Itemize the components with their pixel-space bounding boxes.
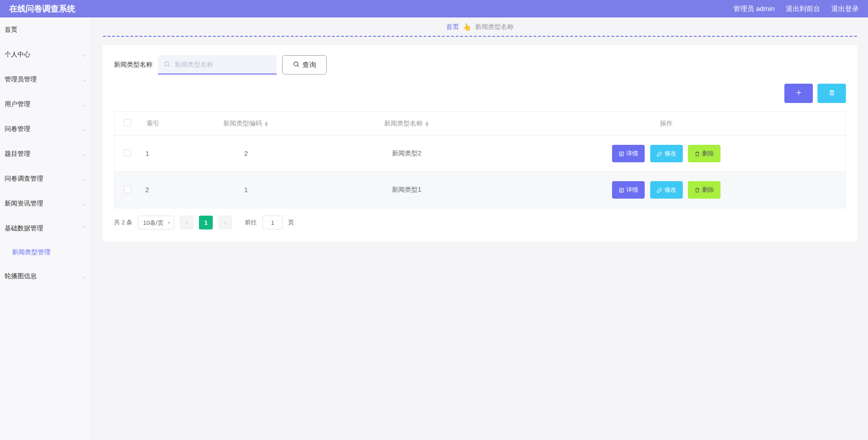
add-button[interactable]	[784, 84, 813, 103]
sidebar-item-survey-mgmt[interactable]: 问卷调查管理 ⌄	[0, 166, 91, 191]
chevron-down-icon: ⌄	[82, 51, 87, 58]
sidebar-sub-newstype[interactable]: 新闻类型管理	[0, 241, 91, 264]
page-prev-button[interactable]: ‹	[180, 216, 193, 229]
cell-actions: 详情 修改 删除	[487, 136, 845, 172]
th-code[interactable]: 新闻类型编码▲▼	[166, 112, 327, 136]
to-front-link[interactable]: 退出到前台	[786, 5, 820, 13]
header-right: 管理员 admin 退出到前台 退出登录	[733, 5, 859, 13]
chevron-left-icon: ‹	[186, 219, 187, 226]
app-header: 在线问卷调查系统 管理员 admin 退出到前台 退出登录	[0, 0, 868, 17]
query-button[interactable]: 查询	[282, 55, 327, 74]
breadcrumb-home[interactable]: 首页	[446, 23, 459, 31]
page-number-button[interactable]: 1	[199, 216, 213, 229]
query-button-label: 查询	[302, 61, 316, 69]
batch-delete-button[interactable]	[817, 84, 846, 103]
sidebar-item-label: 用户管理	[5, 100, 30, 109]
chevron-right-icon: ›	[224, 219, 226, 226]
chevron-up-icon: ⌃	[82, 225, 87, 232]
detail-button[interactable]: 详情	[612, 181, 645, 199]
cell-index: 2	[140, 172, 166, 208]
svg-line-3	[297, 65, 299, 67]
sidebar-item-label: 基础数据管理	[5, 224, 43, 233]
admin-label[interactable]: 管理员 admin	[733, 5, 775, 13]
chevron-down-icon: ⌄	[82, 76, 87, 83]
cell-actions: 详情 修改 删除	[487, 172, 845, 208]
toolbar	[103, 84, 857, 111]
sidebar-item-personal[interactable]: 个人中心 ⌄	[0, 42, 91, 67]
cell-code: 2	[166, 136, 327, 172]
chevron-down-icon: ⌄	[82, 101, 87, 108]
goto-suffix: 页	[288, 218, 294, 227]
trash-icon	[828, 89, 835, 98]
search-label: 新闻类型名称	[114, 61, 153, 69]
svg-point-0	[165, 62, 169, 66]
sidebar-item-question[interactable]: 题目管理 ⌄	[0, 142, 91, 166]
sidebar-item-user[interactable]: 用户管理 ⌄	[0, 92, 91, 117]
sidebar-home-label: 首页	[5, 26, 17, 34]
breadcrumb: 首页 👆 新闻类型名称	[92, 17, 868, 36]
sidebar-item-carousel[interactable]: 轮播图信息 ⌄	[0, 264, 91, 289]
chevron-down-icon: ⌄	[82, 151, 87, 157]
page-goto-input[interactable]	[262, 216, 283, 229]
search-row: 新闻类型名称 查询	[103, 55, 857, 84]
main-content: 首页 👆 新闻类型名称 新闻类型名称 查询	[92, 17, 868, 440]
sidebar-item-label: 问卷调查管理	[5, 175, 43, 183]
sidebar-item-label: 管理员管理	[5, 75, 37, 84]
sidebar-sub-label: 新闻类型管理	[12, 248, 51, 256]
sidebar-item-label: 题目管理	[5, 150, 30, 158]
search-icon	[293, 61, 300, 69]
goto-prefix: 前往	[245, 218, 257, 227]
sort-icon: ▲▼	[425, 121, 430, 126]
sidebar-item-admin[interactable]: 管理员管理 ⌄	[0, 67, 91, 92]
page-total: 共 2 条	[114, 218, 132, 227]
page-size-select[interactable]: 10条/页	[138, 216, 174, 229]
edit-button[interactable]: 修改	[650, 145, 683, 162]
checkbox-row[interactable]	[124, 149, 131, 157]
sidebar-item-label: 个人中心	[5, 51, 30, 59]
delete-button[interactable]: 删除	[688, 145, 720, 162]
sidebar-item-label: 新闻资讯管理	[5, 200, 43, 208]
edit-button[interactable]: 修改	[650, 181, 683, 199]
sidebar-item-news[interactable]: 新闻资讯管理 ⌄	[0, 191, 91, 216]
search-input[interactable]	[158, 55, 277, 74]
checkbox-all[interactable]	[124, 119, 131, 126]
search-icon	[164, 61, 170, 69]
table-row: 1 2 新闻类型2 详情 修改 删除	[114, 136, 846, 172]
chevron-down-icon: ⌄	[82, 176, 87, 182]
chevron-down-icon: ⌄	[82, 200, 87, 207]
th-name[interactable]: 新闻类型名称▲▼	[326, 112, 487, 136]
sidebar-item-label: 轮播图信息	[5, 272, 37, 280]
th-index: 索引	[140, 112, 166, 136]
divider	[103, 36, 857, 37]
checkbox-row[interactable]	[124, 186, 131, 193]
delete-button[interactable]: 删除	[688, 181, 720, 199]
pagination: 共 2 条 10条/页 ‹ 1 › 前往 页	[103, 208, 857, 229]
page-next-button[interactable]: ›	[218, 216, 232, 229]
sidebar-item-label: 问卷管理	[5, 125, 30, 133]
sidebar-item-basedata[interactable]: 基础数据管理 ⌃	[0, 216, 91, 241]
chevron-down-icon: ⌄	[82, 273, 87, 280]
app-title: 在线问卷调查系统	[9, 3, 75, 14]
sidebar: 首页 个人中心 ⌄ 管理员管理 ⌄ 用户管理 ⌄ 问卷管理 ⌄ 题目管理 ⌄ 问…	[0, 17, 92, 440]
svg-point-2	[294, 62, 298, 66]
hand-icon: 👆	[463, 23, 471, 31]
sidebar-item-survey[interactable]: 问卷管理 ⌄	[0, 117, 91, 142]
cell-name: 新闻类型1	[326, 172, 487, 208]
th-action: 操作	[487, 112, 845, 136]
breadcrumb-current: 新闻类型名称	[475, 23, 514, 31]
data-table: 索引 新闻类型编码▲▼ 新闻类型名称▲▼ 操作 1 2 新闻类型2 详情 修改 …	[114, 111, 846, 208]
sort-icon: ▲▼	[264, 121, 269, 126]
cell-name: 新闻类型2	[326, 136, 487, 172]
svg-line-1	[168, 65, 170, 67]
sidebar-home[interactable]: 首页	[0, 17, 91, 42]
logout-link[interactable]: 退出登录	[831, 5, 859, 13]
plus-icon	[795, 89, 802, 98]
chevron-down-icon: ⌄	[82, 126, 87, 132]
detail-button[interactable]: 详情	[612, 145, 645, 162]
table-row: 2 1 新闻类型1 详情 修改 删除	[114, 172, 846, 208]
cell-code: 1	[166, 172, 327, 208]
cell-index: 1	[140, 136, 166, 172]
